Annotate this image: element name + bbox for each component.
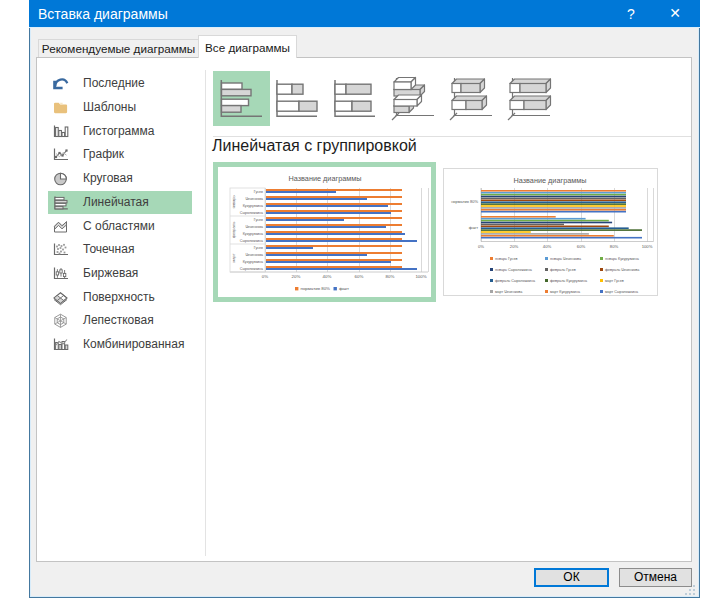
- svg-text:Кукурузкина: Кукурузкина: [243, 260, 263, 264]
- svg-text:Чеченкова: Чеченкова: [245, 253, 263, 257]
- svg-text:факт: факт: [469, 225, 478, 230]
- svg-text:Гусев: Гусев: [254, 246, 263, 250]
- svg-text:80%: 80%: [386, 274, 395, 279]
- svg-text:40%: 40%: [323, 274, 332, 279]
- svg-text:0%: 0%: [478, 244, 484, 249]
- svg-text:Гусев: Гусев: [254, 218, 263, 222]
- svg-text:100%: 100%: [642, 244, 653, 249]
- svg-text:0%: 0%: [262, 274, 268, 279]
- svg-text:март Сыроложкина: март Сыроложкина: [605, 290, 639, 294]
- svg-text:60%: 60%: [355, 274, 364, 279]
- svg-text:январь Чеченкова: январь Чеченкова: [550, 257, 582, 261]
- svg-text:январь Сыроложкина: январь Сыроложкина: [495, 268, 533, 272]
- svg-text:январь Кукурузкина: январь Кукурузкина: [605, 257, 640, 261]
- svg-text:Сыроложкина: Сыроложкина: [240, 211, 263, 215]
- svg-text:норматив 80%: норматив 80%: [451, 199, 478, 204]
- svg-text:февраль Сыроложкина: февраль Сыроложкина: [495, 279, 536, 283]
- svg-text:норматив 80%: норматив 80%: [301, 286, 331, 291]
- svg-text:80%: 80%: [610, 244, 619, 249]
- svg-text:Сыроложкина: Сыроложкина: [240, 239, 263, 243]
- svg-text:60%: 60%: [577, 244, 586, 249]
- svg-text:январь: январь: [231, 196, 236, 209]
- svg-text:март: март: [231, 253, 236, 262]
- svg-text:январь Гусев: январь Гусев: [495, 257, 517, 261]
- svg-text:март Кукурузкина: март Кукурузкина: [550, 290, 581, 294]
- svg-text:Сыроложкина: Сыроложкина: [240, 267, 263, 271]
- svg-text:Название диаграммы: Название диаграммы: [288, 174, 361, 183]
- svg-text:Название диаграммы: Название диаграммы: [513, 176, 586, 185]
- svg-text:Чеченкова: Чеченкова: [245, 197, 263, 201]
- svg-text:февраль: февраль: [231, 222, 236, 239]
- svg-text:Чеченкова: Чеченкова: [245, 225, 263, 229]
- svg-text:февраль Чеченкова: февраль Чеченкова: [605, 268, 640, 272]
- svg-text:20%: 20%: [510, 244, 519, 249]
- svg-text:100%: 100%: [415, 274, 426, 279]
- svg-text:40%: 40%: [543, 244, 552, 249]
- svg-text:Кукурузкина: Кукурузкина: [243, 232, 263, 236]
- svg-text:20%: 20%: [292, 274, 301, 279]
- svg-text:март Чеченкова: март Чеченкова: [495, 290, 523, 294]
- svg-text:февраль Гусев: февраль Гусев: [550, 268, 576, 272]
- svg-text:факт: факт: [339, 286, 349, 291]
- svg-text:Кукурузкина: Кукурузкина: [243, 204, 263, 208]
- svg-text:Гусев: Гусев: [254, 190, 263, 194]
- svg-text:март Гусев: март Гусев: [605, 279, 624, 283]
- svg-text:февраль Кукурузкина: февраль Кукурузкина: [550, 279, 588, 283]
